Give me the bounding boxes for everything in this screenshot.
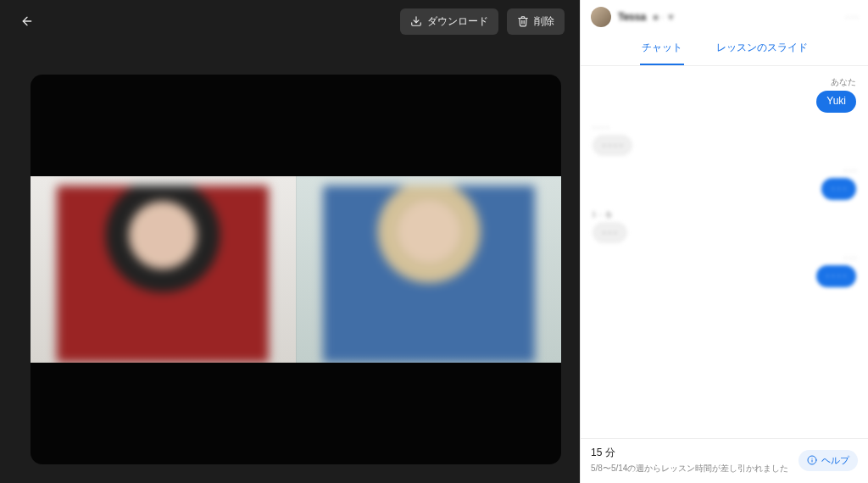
download-button[interactable]: ダウンロード <box>400 8 498 35</box>
message-sender: · · · · <box>593 123 609 132</box>
tab-slides[interactable]: レッスンのスライド <box>715 34 810 65</box>
tutor-subtitle: ■ · ▼ <box>653 12 676 22</box>
chat-message: あなたYuki <box>593 76 856 113</box>
message-bubble: · · · · <box>816 265 856 287</box>
video-viewer-pane: ダウンロード 削除 <box>0 0 580 483</box>
message-bubble: · · · <box>593 222 627 244</box>
footer-text: 15 分 5/8〜5/14の週からレッスン時間が差し引かれました <box>591 446 788 475</box>
message-sender: I· · ·b <box>593 210 611 219</box>
trash-icon <box>517 15 529 27</box>
chat-panel: Tessa ■ · ▼ · · · チャット レッスンのスライド あなたYuki… <box>580 0 868 483</box>
tab-chat[interactable]: チャット <box>640 34 684 65</box>
delete-button[interactable]: 削除 <box>507 8 565 35</box>
info-icon <box>807 455 817 465</box>
message-bubble: · · · · <box>593 135 632 157</box>
help-button[interactable]: ヘルプ <box>798 450 858 471</box>
video-frame[interactable] <box>31 75 561 464</box>
chat-message: · · · ·· · · · <box>593 123 856 157</box>
message-bubble: Yuki <box>816 91 856 113</box>
participant-video-2 <box>323 186 535 363</box>
help-label: ヘルプ <box>821 454 849 467</box>
participant-tile-2 <box>296 176 562 363</box>
chat-message-list[interactable]: あなたYuki· · · ·· · · ·· · ·· · ·I· · ·b· … <box>581 66 868 438</box>
chat-tabs: チャット レッスンのスライド <box>581 31 868 66</box>
message-sender: · · · <box>844 253 856 263</box>
video-grid <box>31 176 561 363</box>
toolbar-actions: ダウンロード 削除 <box>400 8 565 35</box>
chat-footer: 15 分 5/8〜5/14の週からレッスン時間が差し引かれました ヘルプ <box>581 438 868 483</box>
header-meta: · · · <box>846 13 858 22</box>
message-sender: あなた <box>831 76 856 88</box>
download-icon <box>410 15 422 27</box>
participant-tile-1 <box>31 176 296 363</box>
chat-message: · · ·· · · · <box>593 253 856 287</box>
chat-message: · · ·· · · <box>593 166 856 200</box>
download-label: ダウンロード <box>427 14 488 29</box>
video-toolbar: ダウンロード 削除 <box>0 0 580 42</box>
lesson-duration: 15 分 <box>591 446 788 460</box>
participant-video-1 <box>57 186 269 363</box>
chat-message: I· · ·b· · · <box>593 210 856 244</box>
message-bubble: · · · <box>821 178 856 200</box>
back-button[interactable] <box>15 9 39 33</box>
delete-label: 削除 <box>534 14 554 29</box>
tutor-avatar[interactable] <box>591 7 611 27</box>
tutor-name: Tessa <box>618 11 646 23</box>
arrow-left-icon <box>20 12 34 31</box>
chat-header: Tessa ■ · ▼ · · · <box>581 0 868 31</box>
lesson-note: 5/8〜5/14の週からレッスン時間が差し引かれました <box>591 463 788 475</box>
message-sender: · · · <box>844 166 856 175</box>
